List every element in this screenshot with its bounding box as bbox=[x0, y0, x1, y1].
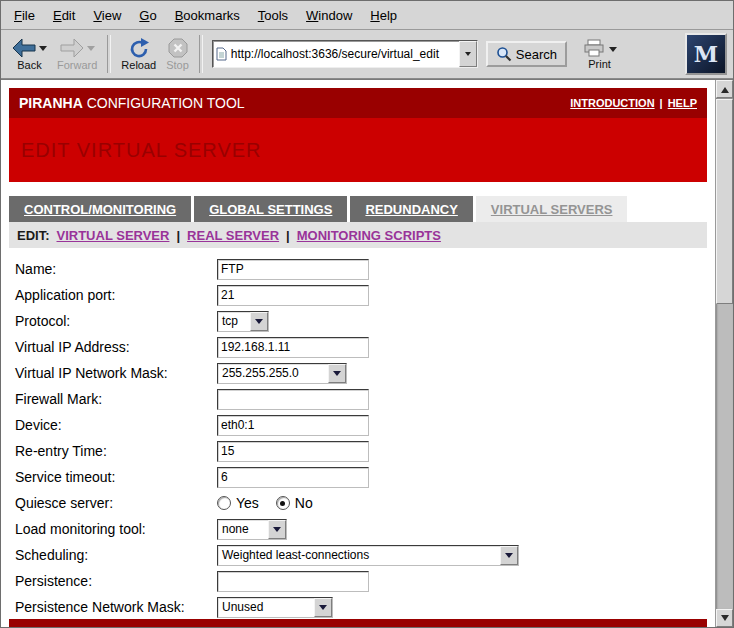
stop-button[interactable]: Stop bbox=[161, 31, 194, 77]
form-row-quiesce: Quiesce server: Yes No bbox=[9, 490, 707, 516]
scheduling-label: Scheduling: bbox=[15, 547, 217, 563]
subnav-prefix: EDIT: bbox=[17, 228, 50, 243]
page-title: EDIT VIRTUAL SERVER bbox=[21, 139, 262, 162]
persistence-label: Persistence: bbox=[15, 573, 217, 589]
search-icon bbox=[496, 46, 512, 62]
help-link[interactable]: HELP bbox=[668, 97, 697, 109]
service-timeout-input[interactable] bbox=[217, 467, 369, 488]
scheduling-select[interactable]: Weighted least-connections bbox=[217, 545, 519, 566]
application-port-input[interactable] bbox=[217, 285, 369, 306]
tab-virtual-servers[interactable]: VIRTUAL SERVERS bbox=[476, 196, 628, 222]
forward-label: Forward bbox=[57, 59, 97, 71]
menu-bookmarks[interactable]: Bookmarks bbox=[166, 3, 249, 28]
url-bar[interactable] bbox=[212, 40, 478, 68]
print-button[interactable]: Print bbox=[577, 31, 622, 77]
piranha-page: PIRANHA CONFIGURATION TOOL INTRODUCTION … bbox=[1, 80, 715, 627]
persistence-input[interactable] bbox=[217, 571, 369, 592]
menu-go[interactable]: Go bbox=[130, 3, 165, 28]
quiesce-server-label: Quiesce server: bbox=[15, 495, 217, 511]
chevron-down-icon bbox=[465, 52, 471, 59]
dropdown-button[interactable] bbox=[314, 598, 332, 617]
dropdown-button[interactable] bbox=[328, 364, 346, 383]
menu-window[interactable]: Window bbox=[297, 3, 361, 28]
firewall-mark-label: Firewall Mark: bbox=[15, 391, 217, 407]
load-monitoring-select[interactable]: none bbox=[217, 519, 287, 540]
form-row-timeout: Service timeout: bbox=[9, 464, 707, 490]
scrollbar-track[interactable] bbox=[716, 98, 733, 609]
back-dropdown-icon[interactable] bbox=[39, 46, 47, 55]
menu-file[interactable]: File bbox=[5, 3, 44, 28]
chevron-down-icon bbox=[255, 319, 263, 328]
protocol-label: Protocol: bbox=[15, 313, 217, 329]
url-input[interactable] bbox=[229, 47, 459, 61]
virtual-ip-mask-select[interactable]: 255.255.255.0 bbox=[217, 363, 347, 384]
search-label: Search bbox=[516, 47, 557, 62]
name-input[interactable] bbox=[217, 259, 369, 280]
dropdown-button[interactable] bbox=[268, 520, 286, 539]
form-row-port: Application port: bbox=[9, 282, 707, 308]
scheduling-value: Weighted least-connections bbox=[218, 546, 500, 565]
scrollbar-thumb[interactable] bbox=[716, 99, 733, 304]
mozilla-logo[interactable]: M bbox=[685, 33, 727, 75]
form-row-vip: Virtual IP Address: bbox=[9, 334, 707, 360]
form-row-persistence: Persistence: bbox=[9, 568, 707, 594]
quiesce-yes-label: Yes bbox=[236, 495, 259, 511]
arrow-down-icon bbox=[721, 615, 729, 625]
virtual-server-form: Name: Application port: Protocol: tcp Vi… bbox=[9, 256, 707, 620]
application-port-label: Application port: bbox=[15, 287, 217, 303]
tab-redundancy[interactable]: REDUNDANCY bbox=[350, 196, 472, 222]
toolbar-separator bbox=[107, 35, 111, 73]
navigation-toolbar: Back Forward Reload Stop bbox=[1, 30, 733, 79]
reload-label: Reload bbox=[121, 59, 156, 71]
back-label: Back bbox=[17, 59, 41, 71]
dropdown-button[interactable] bbox=[250, 312, 268, 331]
forward-button[interactable]: Forward bbox=[52, 31, 102, 77]
url-dropdown-button[interactable] bbox=[459, 41, 477, 67]
scroll-up-button[interactable] bbox=[716, 80, 733, 98]
title-band: EDIT VIRTUAL SERVER bbox=[9, 118, 707, 182]
reentry-time-input[interactable] bbox=[217, 441, 369, 462]
search-button[interactable]: Search bbox=[486, 41, 567, 67]
chevron-down-icon bbox=[505, 553, 513, 562]
reload-button[interactable]: Reload bbox=[116, 31, 161, 77]
tab-control-monitoring[interactable]: CONTROL/MONITORING bbox=[9, 196, 191, 222]
subnav-link-monitoring-scripts[interactable]: MONITORING SCRIPTS bbox=[297, 228, 441, 243]
print-dropdown-icon[interactable] bbox=[609, 47, 617, 56]
menu-tools[interactable]: Tools bbox=[249, 3, 297, 28]
name-label: Name: bbox=[15, 261, 217, 277]
page-header-bar: PIRANHA CONFIGURATION TOOL INTRODUCTION … bbox=[9, 88, 707, 118]
device-input[interactable] bbox=[217, 415, 369, 436]
protocol-value: tcp bbox=[218, 312, 250, 331]
subnav-link-virtual-server[interactable]: VIRTUAL SERVER bbox=[57, 228, 170, 243]
form-row-vip-mask: Virtual IP Network Mask: 255.255.255.0 bbox=[9, 360, 707, 386]
virtual-ip-input[interactable] bbox=[217, 337, 369, 358]
form-row-protocol: Protocol: tcp bbox=[9, 308, 707, 334]
virtual-ip-mask-value: 255.255.255.0 bbox=[218, 364, 328, 383]
protocol-select[interactable]: tcp bbox=[217, 311, 269, 332]
vertical-scrollbar[interactable] bbox=[715, 80, 733, 627]
form-row-persistence-mask: Persistence Network Mask: Unused bbox=[9, 594, 707, 620]
virtual-ip-mask-label: Virtual IP Network Mask: bbox=[15, 365, 217, 381]
menu-edit[interactable]: Edit bbox=[44, 3, 84, 28]
menu-view[interactable]: View bbox=[84, 3, 130, 28]
persistence-mask-select[interactable]: Unused bbox=[217, 597, 333, 618]
introduction-link[interactable]: INTRODUCTION bbox=[570, 97, 654, 109]
brand-subtitle: CONFIGURATION TOOL bbox=[83, 95, 245, 111]
toolbar-separator bbox=[199, 35, 203, 73]
back-button[interactable]: Back bbox=[7, 31, 52, 77]
quiesce-no-radio[interactable] bbox=[276, 496, 290, 510]
scroll-down-button[interactable] bbox=[716, 609, 733, 627]
form-row-device: Device: bbox=[9, 412, 707, 438]
virtual-ip-label: Virtual IP Address: bbox=[15, 339, 217, 355]
dropdown-button[interactable] bbox=[500, 546, 518, 565]
form-row-scheduling: Scheduling: Weighted least-connections bbox=[9, 542, 707, 568]
menu-help[interactable]: Help bbox=[361, 3, 406, 28]
form-row-load-monitoring: Load monitoring tool: none bbox=[9, 516, 707, 542]
quiesce-yes-radio[interactable] bbox=[217, 496, 231, 510]
forward-dropdown-icon[interactable] bbox=[87, 46, 95, 55]
tab-global-settings[interactable]: GLOBAL SETTINGS bbox=[194, 196, 347, 222]
form-row-reentry: Re-entry Time: bbox=[9, 438, 707, 464]
firewall-mark-input[interactable] bbox=[217, 389, 369, 410]
subnav-link-real-server[interactable]: REAL SERVER bbox=[187, 228, 279, 243]
persistence-mask-value: Unused bbox=[218, 598, 314, 617]
